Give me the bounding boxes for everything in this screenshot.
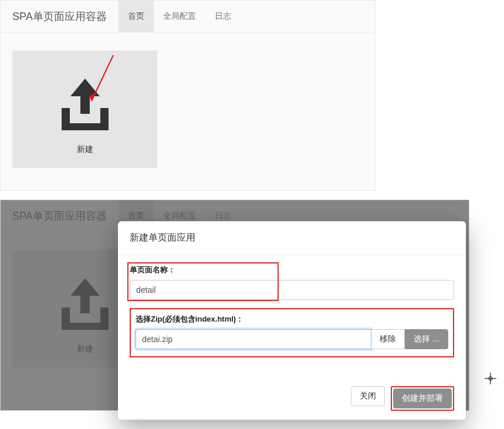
modal-body: 单页面名称： 选择Zip(必须包含index.html)： 移除 选择 ... <box>118 255 466 377</box>
modal-title: 新建单页面应用 <box>118 221 466 255</box>
bottom-screenshot-panel: SPA单页面应用容器 首页 全局配置 日志 新建 新建单页面应用 <box>0 200 469 411</box>
new-card-label: 新建 <box>77 144 93 155</box>
name-form-group: 单页面名称： <box>130 265 454 300</box>
zip-form-group: 选择Zip(必须包含index.html)： 移除 选择 ... <box>130 308 454 357</box>
top-screenshot-panel: SPA单页面应用容器 首页 全局配置 日志 新建 <box>0 0 376 191</box>
svg-marker-0 <box>70 79 100 114</box>
card-area: 新建 <box>1 33 375 185</box>
svg-rect-3 <box>62 123 109 130</box>
zip-highlight-box: 选择Zip(必须包含index.html)： 移除 选择 ... <box>130 308 454 357</box>
close-button[interactable]: 关闭 <box>351 386 385 406</box>
cursor-crosshair-icon <box>485 373 496 387</box>
deploy-button[interactable]: 创建并部署 <box>393 389 452 408</box>
nav-global-config[interactable]: 全局配置 <box>154 1 205 32</box>
new-upload-card[interactable]: 新建 <box>12 50 157 168</box>
modal-footer: 关闭 创建并部署 <box>118 377 466 420</box>
svg-point-12 <box>489 377 492 380</box>
name-label: 单页面名称： <box>130 265 454 275</box>
new-spa-modal: 新建单页面应用 单页面名称： 选择Zip(必须包含index.html)： 移除… <box>118 221 466 420</box>
top-navbar: SPA单页面应用容器 首页 全局配置 日志 <box>1 1 375 33</box>
remove-button[interactable]: 移除 <box>371 329 405 349</box>
zip-label: 选择Zip(必须包含index.html)： <box>136 314 448 325</box>
zip-row: 移除 选择 ... <box>136 329 448 349</box>
app-brand: SPA单页面应用容器 <box>1 9 119 23</box>
name-input[interactable] <box>130 280 454 300</box>
nav-home[interactable]: 首页 <box>119 1 154 32</box>
select-button[interactable]: 选择 ... <box>405 329 448 349</box>
upload-icon <box>53 76 117 137</box>
nav-log[interactable]: 日志 <box>205 1 241 32</box>
deploy-highlight-box: 创建并部署 <box>391 386 454 411</box>
zip-input[interactable] <box>136 329 371 349</box>
